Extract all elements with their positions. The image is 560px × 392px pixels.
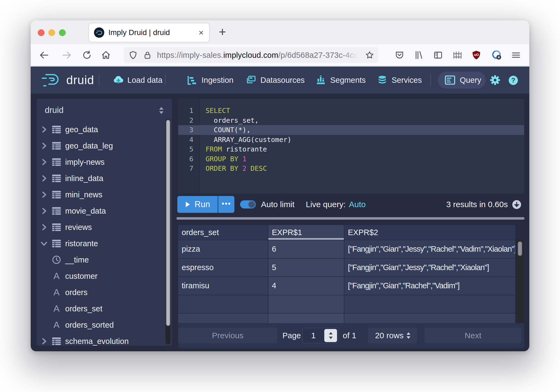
cell-r1-c3[interactable]: ["Fangjin","Gian","Jessy","Rachel","Vadi… bbox=[344, 240, 515, 258]
nav-item-load-data[interactable]: Load data bbox=[113, 67, 162, 94]
tree-item-reviews[interactable]: reviews bbox=[37, 219, 165, 235]
code-line-5[interactable]: FROM ristorante bbox=[206, 144, 267, 154]
cell-r4-c2[interactable] bbox=[268, 295, 344, 313]
chevron-right-icon[interactable] bbox=[40, 126, 48, 133]
nav-item-datasources[interactable]: Datasources bbox=[246, 67, 305, 94]
tree-item-inline_data[interactable]: inline_data bbox=[37, 170, 165, 186]
traffic-light-minimize-button[interactable] bbox=[48, 29, 55, 36]
help-icon[interactable]: ? bbox=[508, 75, 519, 86]
cell-r4-c3[interactable] bbox=[344, 295, 515, 313]
run-more-button[interactable]: ••• bbox=[218, 196, 234, 213]
tab-close-icon[interactable]: × bbox=[199, 28, 204, 37]
tree-item-geo_data[interactable]: geo_data bbox=[37, 121, 165, 138]
bookmark-star-icon[interactable] bbox=[366, 51, 374, 59]
tree-item-orders_sorted[interactable]: Aorders_sorted bbox=[37, 317, 165, 333]
panel-resize-splitter[interactable] bbox=[177, 217, 524, 220]
cell-r5-c2[interactable] bbox=[268, 314, 344, 323]
chevron-right-icon[interactable] bbox=[40, 191, 48, 198]
schema-sort-icon[interactable] bbox=[158, 106, 165, 115]
sidebar-scrollbar-track[interactable] bbox=[165, 119, 171, 344]
chevron-down-icon[interactable] bbox=[40, 240, 48, 247]
nav-item-segments[interactable]: Segments bbox=[316, 67, 366, 94]
tree-item-orders[interactable]: Aorders bbox=[37, 284, 165, 301]
onepassword-icon[interactable] bbox=[492, 50, 502, 60]
cell-r1-c1[interactable]: pizza bbox=[178, 240, 268, 258]
forward-icon[interactable] bbox=[62, 50, 72, 60]
chevron-right-icon[interactable] bbox=[40, 207, 48, 214]
back-icon[interactable] bbox=[39, 50, 49, 60]
cell-r2-c3[interactable]: ["Fangjin","Gian","Jessy","Rachel","Xiao… bbox=[344, 259, 515, 276]
code-line-6[interactable]: GROUP BY 1 bbox=[206, 154, 247, 164]
cell-r5-c1[interactable] bbox=[178, 314, 268, 323]
reload-icon[interactable] bbox=[82, 50, 92, 60]
code-line-1[interactable]: SELECT bbox=[206, 106, 230, 116]
nav-item-query[interactable]: Query bbox=[438, 72, 486, 88]
nav-item-services[interactable]: Services bbox=[377, 67, 422, 94]
browser-tab[interactable]: Imply Druid | druid × bbox=[89, 23, 209, 42]
chevron-right-icon[interactable] bbox=[40, 175, 48, 182]
table-scrollbar-thumb[interactable] bbox=[518, 241, 522, 256]
column-header-EXPR$2[interactable]: EXPR$2 bbox=[344, 225, 515, 240]
code-line-4[interactable]: ARRAY_AGG(customer) bbox=[206, 135, 291, 145]
cell-r5-c3[interactable] bbox=[344, 314, 515, 323]
previous-page-button[interactable]: Previous bbox=[178, 328, 277, 343]
page-number-input[interactable]: 1 bbox=[302, 328, 339, 343]
live-query-label[interactable]: Live query:Auto bbox=[306, 196, 366, 213]
code-line-3[interactable]: COUNT(*), bbox=[206, 125, 251, 135]
lock-icon[interactable] bbox=[144, 51, 151, 59]
tree-item-orders_set[interactable]: Aorders_set bbox=[37, 301, 165, 317]
chevron-right-icon[interactable] bbox=[40, 159, 48, 166]
code-line-7[interactable]: ORDER BY 2 DESC bbox=[206, 164, 267, 173]
cell-r1-c2[interactable]: 6 bbox=[268, 240, 344, 258]
cell-r3-c1[interactable]: tiramisu bbox=[178, 277, 268, 295]
cell-r2-c1[interactable]: espresso bbox=[178, 259, 268, 276]
druid-logo[interactable]: druid bbox=[41, 67, 94, 94]
tree-item-ristorante[interactable]: ristorante bbox=[37, 235, 165, 252]
tree-item-__time[interactable]: __time bbox=[37, 252, 165, 268]
home-icon[interactable] bbox=[101, 50, 111, 60]
code-line-2[interactable]: orders_set, bbox=[206, 116, 259, 125]
chevron-right-icon[interactable] bbox=[40, 224, 48, 231]
sidebar-toggle-icon[interactable] bbox=[433, 50, 443, 60]
ublock-origin-icon[interactable]: uO bbox=[471, 50, 482, 60]
auto-limit-toggle[interactable] bbox=[240, 200, 256, 208]
tree-item-geo_data_leg[interactable]: geo_data_leg bbox=[37, 138, 165, 154]
next-page-button[interactable]: Next bbox=[424, 328, 521, 343]
column-header-EXPR$1[interactable]: EXPR$1 bbox=[268, 225, 344, 240]
page-number-stepper[interactable] bbox=[324, 329, 337, 342]
url-bar[interactable]: https://imply-sales.implycloud.com/p/6d5… bbox=[124, 47, 378, 63]
tracking-shield-icon[interactable] bbox=[129, 51, 137, 59]
cell-r3-c2[interactable]: 4 bbox=[268, 277, 344, 295]
run-button[interactable]: Run bbox=[177, 196, 218, 213]
nav-separator bbox=[165, 74, 166, 86]
pocket-icon[interactable] bbox=[394, 50, 405, 60]
schema-title[interactable]: druid bbox=[45, 105, 64, 115]
traffic-light-zoom-button[interactable] bbox=[59, 29, 66, 36]
chevron-right-icon[interactable] bbox=[40, 142, 48, 149]
nav-item-ingestion[interactable]: Ingestion bbox=[187, 67, 234, 94]
settings-gear-icon[interactable] bbox=[490, 75, 501, 86]
browser-window: Imply Druid | druid × + https://imply-sa bbox=[31, 20, 529, 351]
url-text[interactable]: https://imply-sales.implycloud.com/p/6d5… bbox=[157, 51, 358, 60]
tree-item-schema_evolution[interactable]: schema_evolution bbox=[37, 333, 165, 346]
tree-item-imply-news[interactable]: imply-news bbox=[37, 154, 165, 170]
tree-item-customer[interactable]: Acustomer bbox=[37, 268, 165, 284]
tree-item-label: inline_data bbox=[65, 174, 103, 183]
new-tab-button[interactable]: + bbox=[215, 25, 229, 39]
tree-item-movie_data[interactable]: movie_data bbox=[37, 203, 165, 219]
logo-text: druid bbox=[66, 73, 94, 87]
traffic-light-close-button[interactable] bbox=[38, 29, 45, 36]
cell-r3-c3[interactable]: ["Fangjin","Gian","Rachel","Vadim"] bbox=[344, 277, 515, 295]
menu-hamburger-icon[interactable] bbox=[511, 50, 521, 60]
chevron-right-icon[interactable] bbox=[40, 338, 48, 345]
column-header-orders_set[interactable]: orders_set bbox=[178, 225, 268, 240]
tree-item-mini_news[interactable]: mini_news bbox=[37, 186, 165, 203]
page-size-select[interactable]: 20 rows bbox=[368, 328, 417, 343]
containers-fence-icon[interactable] bbox=[452, 50, 463, 60]
library-icon[interactable] bbox=[414, 50, 424, 60]
sidebar-scrollbar-thumb[interactable] bbox=[166, 120, 170, 326]
query-editor[interactable]: 1SELECT2 orders_set,3 COUNT(*),4 ARRAY_A… bbox=[178, 99, 524, 194]
cell-r2-c2[interactable]: 5 bbox=[268, 259, 344, 276]
cell-r4-c1[interactable] bbox=[178, 295, 268, 313]
download-results-icon[interactable] bbox=[512, 200, 521, 209]
